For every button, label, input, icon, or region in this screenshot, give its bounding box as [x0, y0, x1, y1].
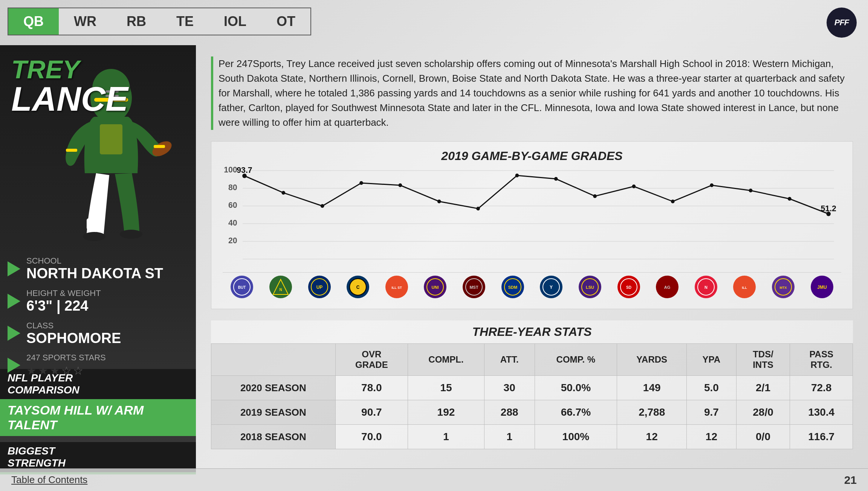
player-last-name: LANCE	[11, 82, 128, 116]
svg-point-36	[749, 189, 753, 192]
svg-text:51.2: 51.2	[821, 204, 836, 213]
stars-container: ★ ★ ★ ☆ ☆	[26, 364, 106, 377]
pff-logo: PFF	[827, 8, 857, 38]
svg-point-8	[120, 230, 142, 239]
col-header-pass-rtg: PASSRTG.	[790, 344, 853, 376]
season-2019: 2019 SEASON	[211, 400, 336, 425]
chart-section: 2019 GAME-BY-GAME GRADES 100 80 60 40 20	[211, 141, 853, 309]
stars-row: 247 Sports Stars ★ ★ ★ ☆ ☆	[8, 353, 188, 377]
team-logo-sd: SD	[617, 276, 640, 298]
svg-rect-10	[66, 149, 77, 152]
svg-text:LSU: LSU	[586, 285, 594, 290]
pass-rtg-2019: 130.4	[790, 400, 853, 425]
stats-section: THREE-YEAR STATS OVRGRADE COMPL. ATT. CO…	[211, 320, 853, 449]
ypa-2018: 12	[687, 425, 737, 449]
team-logo-illinois-state: ILL ST	[385, 276, 408, 298]
bio-text: Per 247Sports, Trey Lance received just …	[219, 56, 853, 130]
right-panel: Per 247Sports, Trey Lance received just …	[196, 45, 868, 468]
svg-text:BUT: BUT	[238, 285, 246, 290]
team-logo-ucpoly: UP	[308, 276, 331, 298]
nav-item-rb[interactable]: RB	[112, 8, 161, 35]
school-label: School	[26, 256, 163, 266]
toc-link[interactable]: Table of Contents	[11, 474, 87, 486]
svg-text:80: 80	[228, 183, 237, 192]
stars-label: 247 Sports Stars	[26, 353, 106, 363]
col-header-compl: COMPL.	[408, 344, 484, 376]
svg-text:UP: UP	[316, 285, 322, 290]
svg-rect-5	[100, 124, 122, 154]
svg-rect-9	[87, 218, 104, 230]
school-value: NORTH DAKOTA ST	[26, 266, 163, 282]
compl-2018: 1	[408, 425, 484, 449]
table-row: 2020 SEASON 78.0 15 30 50.0% 149 5.0 2/1…	[211, 376, 853, 400]
nav-item-iol[interactable]: IOL	[209, 8, 261, 35]
chart-title: 2019 GAME-BY-GAME GRADES	[223, 149, 841, 163]
left-panel: TREY LANCE	[0, 45, 196, 474]
team-logo-yale: Y	[540, 276, 562, 298]
svg-text:93.7: 93.7	[237, 167, 252, 175]
svg-text:100: 100	[224, 167, 237, 174]
col-header-ovr: OVRGRADE	[335, 344, 408, 376]
team-logo-campbell: C	[347, 276, 369, 298]
svg-text:40: 40	[228, 218, 237, 227]
svg-text:Y: Y	[550, 285, 553, 290]
svg-text:AG: AG	[664, 285, 671, 290]
svg-text:N: N	[704, 285, 708, 290]
player-name-area: TREY LANCE	[11, 56, 128, 116]
bottom-bar: Table of Contents 21	[0, 468, 868, 491]
svg-text:N: N	[279, 288, 282, 292]
compl-2019: 192	[408, 400, 484, 425]
ovr-2019: 90.7	[335, 400, 408, 425]
yards-2020: 149	[617, 376, 687, 400]
svg-point-34	[671, 200, 675, 203]
svg-point-35	[710, 183, 714, 187]
star-5: ☆	[73, 364, 83, 377]
position-nav: QB WR RB TE IOL OT	[8, 8, 311, 35]
strength-header-text: BIGGESTSTRENGTH	[8, 445, 66, 469]
team-logo-uni: UNI	[424, 276, 446, 298]
team-logo-lsu: LSU	[579, 276, 601, 298]
bio-accent-bar	[211, 56, 213, 130]
class-value: SOPHOMORE	[26, 331, 121, 346]
class-arrow	[8, 326, 20, 341]
chart-area: 100 80 60 40 20	[223, 167, 841, 272]
bio-text-area: Per 247Sports, Trey Lance received just …	[211, 56, 853, 130]
team-logo-montana: MST	[463, 276, 485, 298]
svg-text:MST: MST	[469, 285, 478, 290]
col-header-season	[211, 344, 336, 376]
page-container: QB WR RB TE IOL OT PFF TREY LANCE	[0, 0, 868, 491]
svg-point-31	[554, 177, 558, 181]
svg-point-32	[593, 194, 597, 198]
height-value: 6'3" | 224	[26, 298, 101, 314]
comp-pct-2020: 50.0%	[535, 376, 617, 400]
height-label: Height & Weight	[26, 288, 101, 298]
svg-point-37	[788, 197, 792, 201]
svg-point-7	[83, 232, 105, 241]
team-logo-sdmines: SDM	[501, 276, 524, 298]
nav-item-ot[interactable]: OT	[261, 8, 310, 35]
school-arrow	[8, 261, 20, 276]
team-logo-ndsu: N	[269, 276, 292, 298]
team-logo-montana-tx: MTX	[772, 276, 795, 298]
school-row: School NORTH DAKOTA ST	[8, 256, 188, 282]
svg-point-26	[359, 181, 363, 185]
star-4: ☆	[61, 364, 72, 377]
svg-marker-43	[273, 279, 288, 294]
svg-text:SDM: SDM	[508, 285, 517, 290]
yards-2018: 12	[617, 425, 687, 449]
pass-rtg-2018: 116.7	[790, 425, 853, 449]
season-2020: 2020 SEASON	[211, 376, 336, 400]
nav-item-te[interactable]: TE	[161, 8, 209, 35]
star-2: ★	[38, 364, 48, 377]
nav-item-qb[interactable]: QB	[8, 8, 59, 35]
team-logos-row: BUT N UP C ILL ST	[223, 272, 841, 301]
svg-text:60: 60	[228, 200, 237, 210]
svg-point-24	[281, 191, 285, 195]
stats-title: THREE-YEAR STATS	[211, 320, 853, 343]
col-header-tds: TDS/INTS	[736, 344, 790, 376]
player-first-name: TREY	[11, 56, 128, 82]
tds-2019: 28/0	[736, 400, 790, 425]
tds-2018: 0/0	[736, 425, 790, 449]
nav-item-wr[interactable]: WR	[59, 8, 112, 35]
stars-arrow	[8, 358, 20, 373]
